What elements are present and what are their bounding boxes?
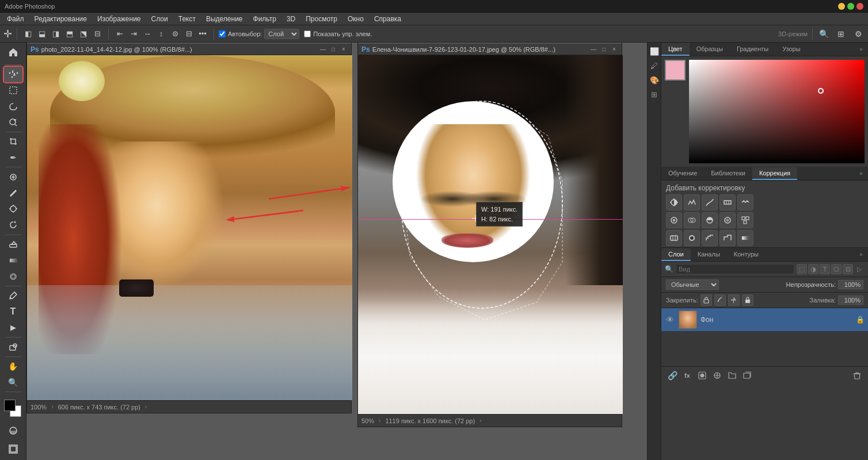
zoom-btn[interactable]: 🔍	[4, 375, 22, 390]
color-spectrum[interactable]	[689, 60, 865, 163]
maximize-btn[interactable]	[847, 3, 854, 10]
menu-file[interactable]: Файл	[2, 14, 29, 24]
menu-help[interactable]: Справка	[370, 14, 406, 24]
filter-type-btn[interactable]: T	[820, 264, 830, 274]
screen-mode-btn[interactable]	[4, 440, 22, 458]
menu-filter[interactable]: Фильтр	[249, 14, 281, 24]
new-layer-btn[interactable]	[741, 369, 753, 382]
tab-patterns[interactable]: Узоры	[775, 43, 807, 56]
add-adjustment-btn[interactable]	[711, 369, 724, 382]
pen-btn[interactable]	[4, 288, 22, 304]
fg-color-swatch[interactable]	[4, 400, 16, 411]
levels-btn[interactable]	[684, 194, 700, 210]
shape-btn[interactable]	[4, 339, 22, 355]
layer-item-fon[interactable]: 👁 Фон 🔒	[661, 308, 868, 332]
doc2-close-btn[interactable]: ×	[610, 45, 618, 53]
tab-paths[interactable]: Контуры	[727, 248, 766, 261]
tab-color[interactable]: Цвет	[661, 43, 690, 56]
distribute-vgap-btn[interactable]: ⊟	[182, 28, 195, 40]
lock-art-btn[interactable]	[714, 294, 726, 306]
gradient-map-btn[interactable]	[737, 230, 753, 246]
add-group-btn[interactable]	[726, 369, 738, 382]
lock-pixels-btn[interactable]	[701, 294, 712, 306]
tab-training[interactable]: Обучение	[661, 167, 704, 180]
color-balance-btn[interactable]	[684, 212, 700, 228]
curves-btn[interactable]	[702, 194, 718, 210]
add-mask-btn[interactable]	[696, 369, 709, 382]
color-swatches[interactable]	[3, 398, 24, 419]
workspace-icon-2[interactable]: 🖊	[648, 59, 661, 72]
distribute-left-btn[interactable]: ⇤	[113, 28, 126, 40]
photo-filter-btn[interactable]	[719, 212, 736, 228]
link-layers-btn[interactable]: 🔗	[666, 369, 679, 382]
lasso-tool-btn[interactable]	[4, 98, 22, 114]
menu-image[interactable]: Изображение	[93, 14, 146, 24]
search-btn[interactable]: 🔍	[817, 28, 830, 40]
opacity-input[interactable]	[838, 280, 863, 289]
doc1-titlebar[interactable]: Ps photo_2022-11-04_14-42-12.jpg @ 100% …	[27, 43, 351, 55]
align-right-btn[interactable]: ◨	[50, 28, 62, 40]
current-color-swatch[interactable]	[665, 60, 686, 80]
color-spectrum-container[interactable]	[689, 60, 865, 163]
correction-panel-collapse[interactable]: »	[856, 169, 866, 178]
invert-btn[interactable]	[684, 230, 700, 246]
threshold-btn[interactable]	[719, 230, 736, 246]
lock-all-btn[interactable]	[742, 294, 753, 306]
vibrance-btn[interactable]	[737, 194, 753, 210]
close-btn[interactable]	[856, 3, 863, 10]
auto-select-checkbox[interactable]	[219, 30, 226, 37]
channel-mixer-btn[interactable]	[737, 212, 753, 228]
distribute-top-btn[interactable]: ↕	[155, 28, 167, 40]
black-white-btn[interactable]	[702, 212, 718, 228]
clone-stamp-btn[interactable]	[4, 201, 22, 217]
align-middle-h-btn[interactable]: ⬔	[77, 28, 90, 40]
doc1-close-btn[interactable]: ×	[340, 45, 348, 53]
filter-shape-btn[interactable]: ⬠	[831, 264, 842, 274]
show-transform-checkbox[interactable]	[304, 30, 311, 37]
menu-edit[interactable]: Редактирование	[30, 14, 92, 24]
tab-libraries[interactable]: Библиотеки	[704, 167, 752, 180]
add-style-btn[interactable]: fx	[681, 369, 694, 382]
distribute-hgap-btn[interactable]: ⊜	[169, 28, 181, 40]
workspace-icon-1[interactable]: ⬜	[648, 45, 661, 57]
doc1-minimize-btn[interactable]: —	[319, 45, 327, 53]
workspace-icon-3[interactable]: 🎨	[648, 74, 661, 86]
menu-layers[interactable]: Слои	[147, 14, 173, 24]
menu-view[interactable]: Просмотр	[301, 14, 342, 24]
align-bottom-btn[interactable]: ⊟	[91, 28, 104, 40]
filter-smart-btn[interactable]: ⊡	[843, 264, 853, 274]
tab-channels[interactable]: Каналы	[691, 248, 727, 261]
menu-select[interactable]: Выделение	[201, 14, 248, 24]
distribute-right-btn[interactable]: ↔	[141, 28, 154, 40]
workspace-icon-4[interactable]: ⊞	[648, 88, 661, 101]
fill-input[interactable]	[838, 296, 863, 305]
eyedropper-tool-btn[interactable]: ✒	[4, 150, 22, 166]
posterize-btn[interactable]	[702, 230, 718, 246]
doc2-titlebar[interactable]: Ps Елена-Чонишвили-7-926-123-01-20-17.jp…	[358, 43, 622, 55]
exposure-btn[interactable]	[719, 194, 736, 210]
filter-adjust-btn[interactable]: ◑	[808, 264, 818, 274]
settings-btn[interactable]: ⚙	[852, 28, 865, 40]
layers-search-input[interactable]	[676, 264, 794, 274]
doc2-maximize-btn[interactable]: □	[600, 45, 608, 53]
tab-correction[interactable]: Коррекция	[752, 167, 797, 180]
layer-group-select[interactable]: Слой Группа	[264, 29, 299, 39]
blur-btn[interactable]	[4, 269, 22, 284]
quick-mask-btn[interactable]	[4, 422, 22, 439]
align-top-btn[interactable]: ⬒	[63, 28, 76, 40]
healing-tool-btn[interactable]	[4, 169, 22, 185]
eraser-btn[interactable]	[4, 237, 22, 252]
hand-btn[interactable]: ✋	[4, 359, 22, 374]
move-tool-btn[interactable]	[4, 67, 22, 82]
tab-gradients[interactable]: Градиенты	[730, 43, 775, 56]
text-btn[interactable]: T	[4, 304, 22, 320]
color-panel-collapse[interactable]: »	[856, 45, 866, 54]
history-brush-btn[interactable]	[4, 217, 22, 233]
blend-mode-select[interactable]: Обычные Умножение Осветление	[666, 279, 719, 290]
crop-tool-btn[interactable]	[4, 134, 22, 150]
doc2-minimize-btn[interactable]: —	[589, 45, 597, 53]
align-center-v-btn[interactable]: ⬓	[36, 28, 48, 40]
distribute-center-btn[interactable]: ⇥	[127, 28, 140, 40]
lock-move-btn[interactable]	[728, 294, 740, 306]
marquee-tool-btn[interactable]	[4, 83, 22, 98]
